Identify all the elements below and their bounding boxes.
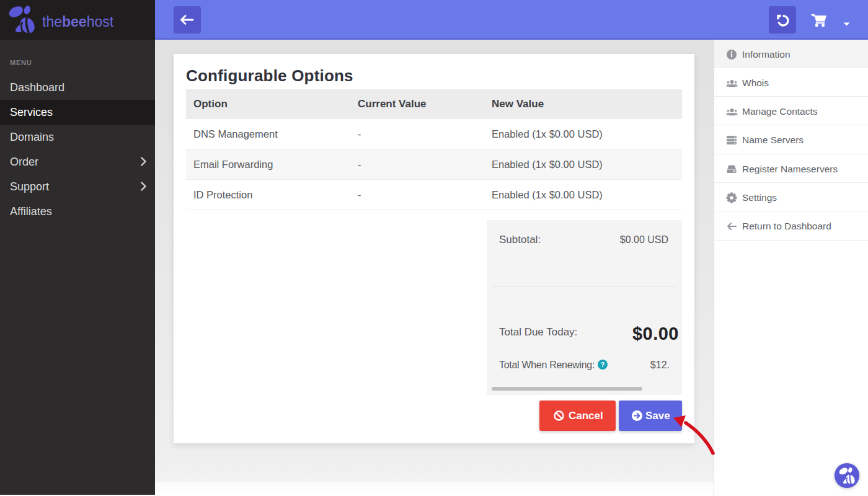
svg-text:?: ?	[601, 361, 605, 368]
